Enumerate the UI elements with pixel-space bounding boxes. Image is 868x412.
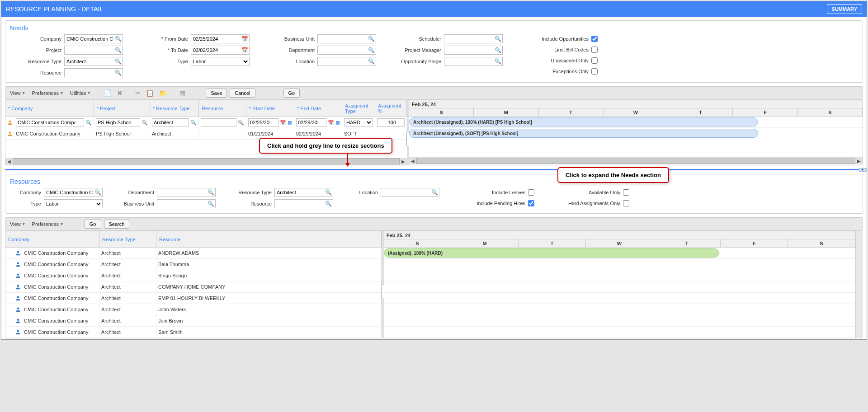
search-icon[interactable]: 🔍 (85, 120, 92, 126)
search-icon[interactable]: 🔍 (115, 70, 122, 76)
table-row[interactable]: CMiC Construction CompanyArchitectBala T… (5, 259, 382, 270)
search-icon[interactable]: 🔍 (115, 47, 122, 53)
search-icon[interactable]: 🔍 (325, 201, 332, 207)
cancel-button[interactable]: Cancel (230, 89, 255, 98)
col-resource[interactable]: Resource (156, 231, 382, 248)
col-resource-type[interactable]: * Resource Type (150, 100, 199, 117)
scroll-right-icon[interactable]: ▶ (400, 159, 407, 164)
search-icon[interactable]: 🔍 (142, 120, 148, 126)
col-assign-pct[interactable]: Assigment % (375, 100, 407, 117)
go-button[interactable]: Go (283, 89, 300, 98)
table-row[interactable]: CMiC Construction CompanyArchitectCOMPAN… (5, 281, 382, 293)
gantt-bar[interactable]: (Assigned), 100% (HARD) (384, 248, 719, 258)
add-icon[interactable]: 📄 (103, 89, 113, 97)
col-assign-type[interactable]: Assigment Type (342, 100, 375, 117)
search-icon[interactable]: 🔍 (208, 201, 214, 207)
scroll-left-icon[interactable]: ◀ (409, 159, 416, 164)
detach-icon[interactable]: ▦ (178, 89, 187, 97)
department-input[interactable] (317, 46, 376, 55)
col-company[interactable]: Company (5, 231, 99, 248)
copy-icon[interactable]: 📋 (145, 89, 155, 97)
search-icon[interactable]: 🔍 (325, 189, 332, 196)
include-opportunities-checkbox[interactable] (591, 36, 598, 42)
gantt-bar[interactable]: Architect (Unassigned), (SOFT) [PS High … (409, 129, 758, 138)
search-icon[interactable]: 🔍 (238, 120, 244, 126)
go-button[interactable]: Go (85, 220, 101, 229)
company-input[interactable] (44, 188, 103, 197)
vertical-scrollbar[interactable] (856, 231, 863, 338)
view-menu[interactable]: View ▼ (8, 89, 28, 97)
resource-type-input[interactable] (64, 57, 123, 66)
scheduler-input[interactable] (444, 34, 503, 43)
end-date-cell-input[interactable] (296, 118, 326, 126)
location-input[interactable] (381, 188, 439, 197)
table-row[interactable]: 🔍🔍🔍🔍📅▦📅▦HARD (5, 117, 407, 128)
location-input[interactable] (317, 57, 376, 66)
resource-type-cell-input[interactable] (152, 118, 189, 126)
table-row[interactable]: CMiC Construction CompanyArchitectJoni B… (5, 315, 382, 327)
search-icon[interactable]: 🔍 (495, 58, 501, 65)
col-resource[interactable]: Resource (199, 100, 246, 117)
search-icon[interactable]: 🔍 (368, 47, 375, 53)
cut-icon[interactable]: ✂ (134, 89, 142, 97)
search-icon[interactable]: 🔍 (115, 36, 122, 42)
preferences-menu[interactable]: Preferences ▼ (30, 220, 66, 228)
assign-type-select[interactable]: HARD (344, 118, 373, 126)
delete-icon[interactable]: ✖ (116, 89, 124, 97)
save-button[interactable]: Save (206, 89, 227, 98)
expand-handle-icon[interactable]: ▾ (859, 168, 867, 172)
gantt-bar[interactable]: Architect (Unassigned), 100% (HARD) [PS … (409, 117, 758, 126)
project-manager-input[interactable] (444, 46, 503, 55)
col-company[interactable]: * Company (5, 100, 94, 117)
view-menu[interactable]: View ▼ (8, 220, 28, 228)
calendar-picker-icon[interactable]: ▦ (288, 120, 292, 126)
project-cell-input[interactable] (96, 118, 140, 126)
paste-icon[interactable]: 📁 (158, 89, 168, 97)
type-select[interactable]: Labor (44, 199, 103, 208)
calendar-icon[interactable]: 📅 (280, 120, 286, 126)
resource-cell-input[interactable] (201, 118, 236, 126)
resource-input[interactable] (274, 199, 333, 208)
search-icon[interactable]: 🔍 (368, 36, 375, 42)
col-project[interactable]: * Project (94, 100, 150, 117)
col-end-date[interactable]: * End Date (294, 100, 342, 117)
from-date-input[interactable] (191, 34, 250, 43)
include-leaves-checkbox[interactable] (528, 189, 534, 196)
scroll-left-icon[interactable]: ◀ (5, 159, 13, 164)
table-row[interactable]: CMiC Construction CompanyArchitectANDREW… (5, 248, 382, 259)
table-row[interactable]: CMiC Construction CompanyArchitectBingo … (5, 270, 382, 281)
utilities-menu[interactable]: Utilities ▼ (68, 89, 93, 97)
col-resource-type[interactable]: Resource Type (99, 231, 156, 248)
include-pending-hires-checkbox[interactable] (528, 200, 534, 206)
exceptions-only-checkbox[interactable] (591, 68, 598, 75)
search-icon[interactable]: 🔍 (115, 58, 122, 65)
section-splitter[interactable]: ▾ (5, 169, 863, 170)
search-icon[interactable]: 🔍 (495, 36, 501, 42)
table-row[interactable]: CMiC Construction CompanyArchitectSam Sm… (5, 327, 382, 338)
unassigned-only-checkbox[interactable] (591, 57, 598, 64)
limit-bill-codes-checkbox[interactable] (591, 47, 598, 53)
opportunity-stage-input[interactable] (444, 57, 503, 66)
preferences-menu[interactable]: Preferences ▼ (30, 89, 66, 97)
business-unit-input[interactable] (157, 199, 216, 208)
resource-input[interactable] (64, 68, 123, 77)
hard-assignments-only-checkbox[interactable] (623, 200, 629, 206)
horizontal-scrollbar[interactable]: ◀ ▶ (409, 157, 863, 164)
table-row[interactable]: CMiC Construction CompanyArchitectEMP 01… (5, 293, 382, 304)
search-icon[interactable]: 🔍 (94, 189, 101, 196)
table-row[interactable]: CMiC Construction CompanyArchitectJohn W… (5, 304, 382, 315)
calendar-icon[interactable]: 📅 (241, 36, 248, 42)
assign-pct-input[interactable] (377, 118, 405, 126)
col-start-date[interactable]: * Start Date (246, 100, 294, 117)
search-icon[interactable]: 🔍 (495, 47, 501, 53)
calendar-picker-icon[interactable]: ▦ (335, 120, 340, 126)
project-input[interactable] (64, 46, 123, 55)
resource-type-input[interactable] (274, 188, 333, 197)
calendar-icon[interactable]: 📅 (328, 120, 334, 126)
search-button[interactable]: Search (104, 220, 130, 229)
company-input[interactable] (64, 34, 123, 43)
department-input[interactable] (157, 188, 216, 197)
search-icon[interactable]: 🔍 (431, 189, 438, 196)
business-unit-input[interactable] (317, 34, 376, 43)
available-only-checkbox[interactable] (623, 189, 629, 196)
